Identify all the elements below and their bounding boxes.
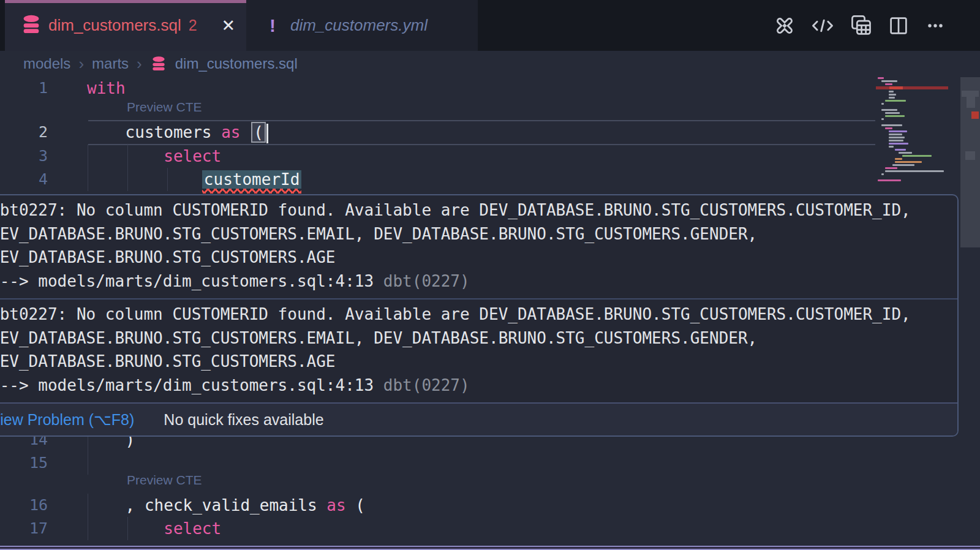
line-number[interactable]: 2 <box>0 121 48 144</box>
editor-actions <box>774 0 946 51</box>
minimap-code-line <box>902 155 932 157</box>
minimap-code-line <box>895 161 922 163</box>
tab-label: dim_customers.sql <box>48 16 181 35</box>
minimap-code-line <box>895 149 906 151</box>
error-message-block: dbt0227: No column CUSTOMERID found. Ava… <box>0 298 957 402</box>
codelens-preview-cte[interactable]: Preview CTE <box>127 473 202 488</box>
query-results-icon[interactable] <box>850 14 873 37</box>
code-text: select <box>87 517 221 540</box>
error-location: --> models/marts/dim_customers.sql:4:13 … <box>0 374 957 397</box>
error-text: DEV_DATABASE.BRUNO.STG_CUSTOMERS.AGE <box>0 246 957 269</box>
error-code: dbt(0227) <box>383 376 470 394</box>
error-text: DEV_DATABASE.BRUNO.STG_CUSTOMERS.AGE <box>0 350 957 374</box>
overview-ruler-mark <box>962 91 979 97</box>
minimap-code-line <box>878 179 901 181</box>
chevron-right-icon: › <box>78 55 84 73</box>
code-line-2[interactable]: 2 customers as ( <box>0 121 980 144</box>
no-quick-fixes-text: No quick fixes available <box>164 411 323 429</box>
code-text: with <box>87 77 126 100</box>
minimap-code-line <box>881 124 902 126</box>
minimap-code-line <box>895 158 902 160</box>
minimap-code-line <box>899 152 912 154</box>
editor-window: dim_customers.sql 2 ✕ ! dim_customers.ym… <box>0 0 980 550</box>
error-word: customerId <box>202 170 302 189</box>
breadcrumb: models › marts › dim_customers.sql <box>23 51 298 77</box>
error-code: dbt(0227) <box>383 272 470 290</box>
code-text: select <box>87 145 221 168</box>
minimap-code-line <box>889 140 903 141</box>
compiled-code-icon[interactable] <box>810 15 835 37</box>
error-text: dbt0227: No column CUSTOMERID found. Ava… <box>0 303 957 326</box>
minimap-code-line <box>889 143 908 145</box>
minimap-code-line <box>881 109 897 111</box>
split-editor-icon[interactable] <box>888 15 910 37</box>
close-icon[interactable]: ✕ <box>221 16 235 36</box>
minimap-code-line <box>881 118 884 120</box>
minimap-code-line <box>881 80 897 82</box>
overview-ruler-mark <box>965 151 975 160</box>
line-number[interactable]: 3 <box>0 145 48 168</box>
more-actions-icon[interactable] <box>924 15 946 37</box>
error-location: --> models/marts/dim_customers.sql:4:13 … <box>0 269 957 293</box>
view-problem-link[interactable]: View Problem (⌥F8) <box>0 411 134 429</box>
panel-divider <box>0 546 980 550</box>
tab-bar: dim_customers.sql 2 ✕ ! dim_customers.ym… <box>0 0 980 51</box>
text-cursor <box>266 124 268 143</box>
overview-ruler-error-mark <box>971 111 979 119</box>
code-line-4[interactable]: 4 customerId <box>0 168 980 191</box>
database-icon <box>150 55 167 72</box>
breadcrumb-item-models[interactable]: models <box>23 55 70 72</box>
minimap-code-line <box>885 167 897 169</box>
code-line-3[interactable]: 3 select <box>0 145 980 168</box>
indent-guide <box>88 451 88 475</box>
error-text: dbt0227: No column CUSTOMERID found. Ava… <box>0 198 957 222</box>
tab-label: dim_customers.yml <box>290 16 428 35</box>
minimap-code-line <box>878 77 884 79</box>
code-line-15[interactable]: 15 <box>0 451 980 475</box>
minimap-error-word <box>889 86 903 89</box>
error-message-block: dbt0227: No column CUSTOMERID found. Ava… <box>0 195 957 298</box>
error-text: DEV_DATABASE.BRUNO.STG_CUSTOMERS.EMAIL, … <box>0 326 957 350</box>
minimap-code-line <box>885 100 906 102</box>
hover-status-bar: View Problem (⌥F8) No quick fixes availa… <box>0 402 957 435</box>
minimap-code-line <box>885 83 892 85</box>
tab-dim-customers-sql[interactable]: dim_customers.sql 2 ✕ <box>5 0 246 51</box>
dbt-run-icon[interactable] <box>774 15 796 37</box>
minimap-code-line <box>889 137 905 138</box>
minimap-code-line <box>889 146 894 148</box>
minimap-code-line <box>881 173 884 175</box>
code-text: , check_valid_emails as ( <box>87 494 365 517</box>
code-text: customerId <box>87 168 301 191</box>
active-tab-accent <box>5 0 246 3</box>
minimap-code-line <box>889 94 896 96</box>
error-hover-widget: dbt0227: No column CUSTOMERID found. Ava… <box>0 194 959 437</box>
codelens-preview-cte[interactable]: Preview CTE <box>127 100 202 115</box>
minimap-code-line <box>889 97 895 99</box>
breadcrumb-item-file[interactable]: dim_customers.sql <box>175 55 298 72</box>
error-text: DEV_DATABASE.BRUNO.STG_CUSTOMERS.EMAIL, … <box>0 222 957 246</box>
overview-ruler-mark <box>967 97 975 108</box>
minimap-code-line <box>889 134 902 135</box>
minimap-error-line <box>876 86 948 89</box>
minimap-code-line <box>889 91 894 92</box>
database-icon <box>20 13 42 38</box>
minimap-code-line <box>881 103 884 105</box>
line-number[interactable]: 4 <box>0 168 48 191</box>
minimap-code-line <box>889 130 907 132</box>
warning-exclamation-icon: ! <box>270 15 276 36</box>
minimap-code-line <box>885 115 905 117</box>
code-line-16[interactable]: 16 , check_valid_emails as ( <box>0 494 980 517</box>
breadcrumb-item-marts[interactable]: marts <box>92 55 129 72</box>
line-number[interactable]: 1 <box>0 77 48 100</box>
minimap-code-line <box>892 164 914 166</box>
code-text: customers as ( <box>87 121 268 144</box>
tab-dim-customers-yml[interactable]: ! dim_customers.yml <box>246 0 478 51</box>
code-line-1[interactable]: 1with <box>0 77 980 100</box>
line-number[interactable]: 15 <box>0 451 48 475</box>
code-line-17[interactable]: 17 select <box>0 517 980 540</box>
chevron-right-icon: › <box>137 55 142 73</box>
line-number[interactable]: 16 <box>0 494 48 517</box>
line-number[interactable]: 17 <box>0 517 48 540</box>
matched-bracket: ( <box>251 122 266 143</box>
minimap-code-line <box>885 127 892 129</box>
